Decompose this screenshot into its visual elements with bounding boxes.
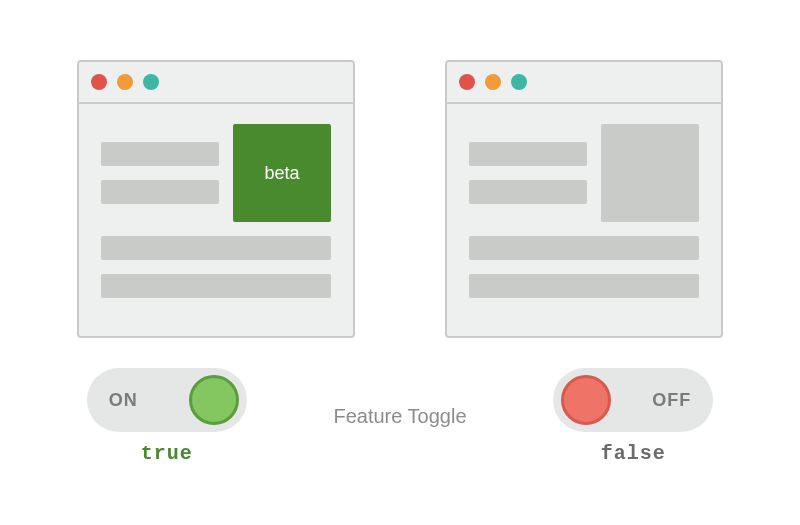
placeholder-bar: [101, 236, 331, 260]
content-top-row: beta: [101, 124, 331, 222]
content-top-row: [469, 124, 699, 222]
maximize-icon: [511, 74, 527, 90]
toggle-off[interactable]: OFF: [553, 368, 713, 432]
content-left-col: [469, 124, 587, 222]
placeholder-bar: [101, 274, 331, 298]
value-false-label: false: [601, 442, 666, 465]
placeholder-bar: [469, 180, 587, 204]
window-off: [445, 60, 723, 338]
window-on: beta: [77, 60, 355, 338]
diagram-title-wrap: Feature Toggle: [333, 405, 466, 428]
windows-row: beta: [30, 60, 770, 338]
side-on: beta: [77, 60, 355, 338]
beta-feature-box: beta: [233, 124, 331, 222]
titlebar: [79, 62, 353, 104]
placeholder-bar: [101, 142, 219, 166]
minimize-icon: [485, 74, 501, 90]
toggle-on-label: ON: [109, 390, 138, 411]
controls-row: ON true Feature Toggle OFF false: [30, 368, 770, 465]
toggle-off-label: OFF: [652, 390, 691, 411]
window-content: beta: [79, 104, 353, 336]
placeholder-bar: [101, 180, 219, 204]
diagram-title: Feature Toggle: [333, 405, 466, 428]
placeholder-bar: [469, 274, 699, 298]
maximize-icon: [143, 74, 159, 90]
window-content: [447, 104, 721, 336]
toggle-on-col: ON true: [30, 368, 303, 465]
feature-box-disabled: [601, 124, 699, 222]
toggle-knob-icon: [189, 375, 239, 425]
toggle-on[interactable]: ON: [87, 368, 247, 432]
beta-label: beta: [264, 163, 299, 184]
toggle-knob-icon: [561, 375, 611, 425]
minimize-icon: [117, 74, 133, 90]
side-off: [445, 60, 723, 338]
close-icon: [459, 74, 475, 90]
close-icon: [91, 74, 107, 90]
placeholder-bar: [469, 142, 587, 166]
toggle-off-col: OFF false: [497, 368, 770, 465]
content-left-col: [101, 124, 219, 222]
value-true-label: true: [141, 442, 193, 465]
placeholder-bar: [469, 236, 699, 260]
titlebar: [447, 62, 721, 104]
